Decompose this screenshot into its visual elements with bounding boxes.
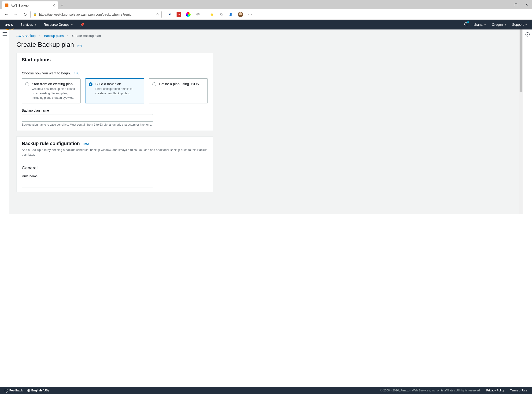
rule-name-label: Rule name [22, 174, 208, 178]
info-link[interactable]: Info [74, 72, 79, 75]
radio-icon [89, 82, 93, 86]
rule-config-header: Backup rule configuration [22, 141, 80, 146]
option-existing-plan[interactable]: Start from an existing plan Create a new… [22, 78, 80, 104]
separator [205, 12, 205, 17]
nav-region-label: Oregon [492, 23, 503, 26]
nav-support-label: Support [512, 23, 524, 26]
option-title: Define a plan using JSON [159, 82, 204, 86]
chevron-down-icon: ▼ [71, 23, 73, 26]
browser-tab[interactable]: AWS Backup ✕ [2, 1, 58, 9]
breadcrumb-aws-backup[interactable]: AWS Backup [16, 34, 36, 38]
option-title: Build a new plan [95, 82, 141, 86]
ext-heart-icon[interactable]: ❤ [167, 12, 172, 17]
option-desc: Enter configuration details to create a … [95, 87, 141, 96]
user-avatar[interactable] [238, 12, 243, 17]
more-icon[interactable]: ⋯ [248, 12, 253, 17]
window-maximize-button[interactable]: ☐ [511, 0, 521, 9]
radio-icon [25, 82, 29, 86]
ext-lastpass-icon[interactable]: ··· [177, 12, 181, 17]
window-controls: — ☐ ✕ [500, 0, 532, 9]
backup-plan-name-input[interactable] [22, 114, 153, 122]
option-build-new[interactable]: Build a new plan Enter configuration det… [85, 78, 144, 104]
rule-config-panel: Backup rule configuration Info Add a Bac… [16, 136, 213, 192]
chevron-right-icon: 〉 [38, 34, 41, 38]
new-tab-button[interactable]: + [58, 1, 66, 9]
favorite-icon[interactable]: ☆ [156, 12, 159, 17]
favicon-icon [5, 4, 8, 7]
pin-icon[interactable]: 📌 [80, 23, 84, 26]
rule-config-desc: Add a Backup rule by defining a backup s… [22, 148, 208, 157]
option-json[interactable]: Define a plan using JSON [149, 78, 208, 104]
tab-bar: AWS Backup ✕ + — ☐ ✕ [0, 0, 532, 9]
chevron-right-icon: 〉 [67, 34, 69, 38]
info-icon[interactable]: i [526, 32, 530, 36]
option-desc: Create a new Backup plan based on an exi… [32, 87, 77, 100]
rule-name-input[interactable] [22, 180, 153, 187]
right-rail: i [523, 30, 532, 214]
nav-region[interactable]: Oregon ▼ [492, 23, 506, 26]
breadcrumb-current: Create Backup plan [72, 34, 101, 38]
notifications-icon[interactable] [464, 22, 468, 27]
backup-plan-name-hint: Backup plan name is case sensitive. Must… [22, 123, 208, 126]
ext-np-icon[interactable]: NP [195, 12, 200, 17]
back-button[interactable]: ← [2, 10, 10, 18]
chevron-down-icon: ▼ [504, 23, 506, 26]
tab-close-icon[interactable]: ✕ [52, 3, 55, 8]
address-bar: ← → ↻ 🔒 https://us-west-2.console.aws.am… [0, 9, 532, 20]
nav-support[interactable]: Support ▼ [512, 23, 527, 26]
main-content: AWS Backup 〉 Backup plans 〉 Create Backu… [9, 30, 523, 214]
left-rail [0, 30, 9, 214]
ext-color-icon[interactable] [186, 12, 191, 17]
scrollbar-thumb[interactable] [520, 30, 522, 92]
breadcrumb: AWS Backup 〉 Backup plans 〉 Create Backu… [16, 34, 213, 38]
nav-services-label: Services [20, 23, 33, 26]
nav-resource-groups[interactable]: Resource Groups ▼ [44, 23, 73, 26]
window-minimize-button[interactable]: — [500, 0, 511, 9]
window-close-button[interactable]: ✕ [521, 0, 532, 9]
option-title: Start from an existing plan [32, 82, 77, 86]
favorites-icon[interactable]: ⭐ [210, 12, 214, 17]
info-link[interactable]: Info [84, 142, 89, 146]
refresh-button[interactable]: ↻ [21, 10, 29, 18]
start-options-prompt: Choose how you want to begin. [22, 71, 71, 75]
nav-services[interactable]: Services ▼ [20, 23, 37, 26]
profile-icon[interactable]: 👤 [228, 12, 233, 17]
forward-button[interactable]: → [12, 10, 20, 18]
scrollbar[interactable] [519, 30, 523, 214]
chevron-down-icon: ▼ [34, 23, 37, 26]
chevron-down-icon: ▼ [525, 23, 527, 26]
start-options-panel: Start options Choose how you want to beg… [16, 53, 213, 131]
chevron-down-icon: ▼ [484, 23, 486, 26]
aws-logo[interactable]: aws [5, 22, 13, 27]
nav-user-label: shana [474, 23, 482, 26]
radio-icon [153, 82, 156, 86]
app-body: AWS Backup 〉 Backup plans 〉 Create Backu… [0, 30, 532, 214]
extension-icons: ❤ ··· NP ⭐ ⧉ 👤 ⋯ [167, 12, 253, 17]
nav-resource-groups-label: Resource Groups [44, 23, 69, 26]
browser-chrome: AWS Backup ✕ + — ☐ ✕ ← → ↻ 🔒 https://us-… [0, 0, 532, 20]
general-heading: General [22, 166, 208, 171]
notification-dot [467, 21, 469, 23]
info-link[interactable]: Info [77, 44, 82, 47]
url-field[interactable]: 🔒 https://us-west-2.console.aws.amazon.c… [31, 11, 162, 18]
aws-top-nav: aws Services ▼ Resource Groups ▼ 📌 shana… [0, 20, 532, 30]
lock-icon: 🔒 [33, 13, 37, 16]
backup-plan-name-label: Backup plan name [22, 109, 208, 112]
tab-title: AWS Backup [11, 4, 50, 7]
page-title: Create Backup plan [16, 41, 74, 48]
breadcrumb-backup-plans[interactable]: Backup plans [44, 34, 64, 38]
start-options-header: Start options [22, 57, 51, 62]
url-text: https://us-west-2.console.aws.amazon.com… [39, 13, 154, 16]
nav-user[interactable]: shana ▼ [474, 23, 486, 26]
collections-icon[interactable]: ⧉ [219, 12, 224, 17]
hamburger-icon[interactable] [3, 32, 7, 36]
